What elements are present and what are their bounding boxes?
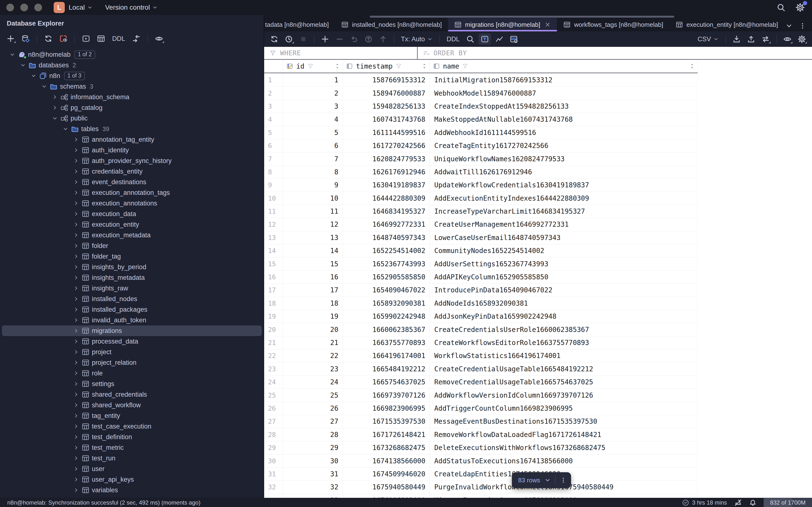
table-row[interactable]: 991630419189837UpdateWorkflowCredentials…: [264, 179, 698, 192]
where-filter-input[interactable]: WHERE: [264, 47, 417, 59]
tree-chevron-icon[interactable]: [72, 158, 80, 164]
cell-timestamp[interactable]: 1665484192212: [343, 362, 430, 376]
cell-name[interactable]: InitialMigration1587669153312: [430, 74, 698, 87]
table-row[interactable]: 551611144599516AddWebhookId1611144599516: [264, 126, 698, 139]
tree-chevron-icon[interactable]: [8, 52, 16, 57]
add-button[interactable]: [4, 33, 17, 44]
tree-chevron-icon[interactable]: [72, 476, 80, 483]
tree-item-folder[interactable]: folder: [2, 240, 262, 251]
cell-id[interactable]: 3: [283, 100, 343, 113]
cell-id[interactable]: 16: [283, 271, 343, 283]
tab-execution_entity[interactable]: execution_entity [n8n@homelab]: [669, 18, 783, 32]
tab-migrations[interactable]: migrations [n8n@homelab]: [448, 18, 557, 32]
tree-chevron-icon[interactable]: [72, 402, 80, 408]
tree-chevron-icon[interactable]: [72, 147, 80, 153]
window-controls[interactable]: [6, 4, 42, 11]
tree-chevron-icon[interactable]: [72, 306, 80, 313]
cell-timestamp[interactable]: 1658932090381: [343, 297, 430, 310]
tree-chevron-icon[interactable]: [72, 445, 80, 451]
table-row[interactable]: 771620824779533UniqueWorkflowNames162082…: [264, 152, 698, 165]
cell-id[interactable]: 25: [283, 389, 343, 401]
tree-item-shared_credentials[interactable]: shared_credentials: [2, 389, 262, 400]
cell-id[interactable]: 33: [283, 494, 343, 498]
cell-id[interactable]: 5: [283, 126, 343, 139]
cell-timestamp[interactable]: 1674509946020: [343, 468, 430, 481]
tree-item-public[interactable]: public: [2, 113, 262, 124]
refresh-button[interactable]: [42, 33, 55, 44]
uptime-widget[interactable]: 3 hrs 18 mins: [682, 499, 727, 506]
tree-chevron-icon[interactable]: [51, 115, 59, 121]
tree-item-auth_identity[interactable]: auth_identity: [2, 145, 262, 156]
table-row[interactable]: 29291673268682475DeleteExecutionsWithWor…: [264, 441, 698, 454]
cell-timestamp[interactable]: 1652254514002: [343, 244, 430, 257]
cell-name[interactable]: DeleteExecutionsWithWorkflows16732686824…: [430, 441, 698, 454]
version-control-menu[interactable]: Version control: [105, 4, 158, 11]
cell-timestamp[interactable]: 1652367743993: [343, 258, 430, 270]
cell-id[interactable]: 10: [283, 192, 343, 205]
tree-item-tag_entity[interactable]: tag_entity: [2, 410, 262, 421]
table-row[interactable]: 20201660062385367CreateCredentialsUserRo…: [264, 323, 698, 336]
ddl-button[interactable]: DDL: [444, 36, 462, 43]
cell-timestamp[interactable]: 1659902242948: [343, 310, 430, 323]
tree-item-pg_catalog[interactable]: pg_catalog: [2, 102, 262, 113]
cell-timestamp[interactable]: 1676996103000: [343, 494, 430, 498]
cell-id[interactable]: 14: [283, 244, 343, 257]
table-row[interactable]: 111587669153312InitialMigration158766915…: [264, 74, 698, 87]
cell-name[interactable]: IncreaseTypeVarcharLimit1646834195327: [430, 205, 698, 218]
cell-timestamp[interactable]: 1646834195327: [343, 205, 430, 218]
tree-chevron-icon[interactable]: [72, 360, 80, 365]
tree-chevron-icon[interactable]: [72, 201, 80, 206]
tree-item-annotation_tag_entity[interactable]: annotation_tag_entity: [2, 134, 262, 145]
cell-timestamp[interactable]: 1620824779533: [343, 152, 430, 165]
tx-mode-select[interactable]: Tx: Auto: [399, 36, 435, 43]
cell-timestamp[interactable]: 1669739707126: [343, 389, 430, 401]
tree-item-n8n@homelab[interactable]: n8n@homelab1 of 2: [2, 49, 262, 60]
cell-timestamp[interactable]: 1675940580449: [343, 481, 430, 494]
table-row[interactable]: 32321675940580449PurgeInvalidWorkflowCon…: [264, 481, 698, 494]
tree-chevron-icon[interactable]: [30, 73, 38, 79]
cell-name[interactable]: IntroducePinData1654090467022: [430, 284, 698, 296]
tree-item-n8n[interactable]: n8n1 of 3: [2, 70, 262, 81]
tree-chevron-icon[interactable]: [72, 137, 80, 143]
tree-item-test_definition[interactable]: test_definition: [2, 432, 262, 442]
cell-name[interactable]: MakeStoppedAtNullable1607431743768: [430, 113, 698, 126]
window-zoom-button[interactable]: [34, 4, 42, 11]
table-row[interactable]: 221589476000887WebhookModel1589476000887: [264, 87, 698, 100]
pill-options-button[interactable]: [560, 477, 567, 484]
cell-name[interactable]: AddStatusToExecutions1674138566000: [430, 454, 698, 467]
tree-chevron-icon[interactable]: [72, 466, 80, 472]
cell-id[interactable]: 13: [283, 231, 343, 244]
cell-id[interactable]: 32: [283, 481, 343, 494]
table-row[interactable]: 12121646992772331CreateUserManagement164…: [264, 218, 698, 231]
submit-button[interactable]: [377, 33, 389, 45]
cell-id[interactable]: 29: [283, 441, 343, 454]
cell-name[interactable]: MigrateExecutionStatus1676996103000: [430, 494, 698, 498]
tree-chevron-icon[interactable]: [72, 349, 80, 355]
cell-id[interactable]: 24: [283, 376, 343, 388]
tree-chevron-icon[interactable]: [72, 487, 80, 493]
refresh-button[interactable]: [268, 33, 281, 45]
column-header-id[interactable]: id: [283, 60, 343, 73]
tab-tadata[interactable]: tadata [n8n@homelab]: [264, 18, 335, 32]
table-row[interactable]: 19191659902242948AddJsonKeyPinData165990…: [264, 310, 698, 323]
cell-id[interactable]: 20: [283, 323, 343, 336]
table-row[interactable]: 881626176912946AddwaitTill1626176912946: [264, 166, 698, 179]
cell-timestamp[interactable]: 1669823906995: [343, 402, 430, 415]
power-save-button[interactable]: [734, 499, 742, 507]
cell-name[interactable]: CreateTagEntity1617270242566: [430, 139, 698, 152]
tree-item-insights_raw[interactable]: insights_raw: [2, 283, 262, 294]
tree-item-project[interactable]: project: [2, 347, 262, 357]
cell-name[interactable]: AddwaitTill1626176912946: [430, 166, 698, 178]
query-console-button[interactable]: [80, 33, 92, 44]
table-row[interactable]: 16161652905585850AddAPIKeyColumn16529055…: [264, 271, 698, 284]
table-row[interactable]: 11111646834195327IncreaseTypeVarcharLimi…: [264, 205, 698, 218]
global-search-button[interactable]: [777, 3, 785, 12]
order-by-input[interactable]: ORDER BY: [417, 47, 812, 59]
cell-name[interactable]: AddAPIKeyColumn1652905585850: [430, 271, 698, 283]
table-row[interactable]: 21211663755770893CreateWorkflowsEditorRo…: [264, 336, 698, 349]
workspace-menu[interactable]: Local: [69, 4, 93, 11]
tree-chevron-icon[interactable]: [72, 424, 80, 429]
cell-id[interactable]: 12: [283, 218, 343, 231]
table-row[interactable]: 661617270242566CreateTagEntity1617270242…: [264, 139, 698, 152]
table-row[interactable]: 17171654090467022IntroducePinData1654090…: [264, 284, 698, 297]
